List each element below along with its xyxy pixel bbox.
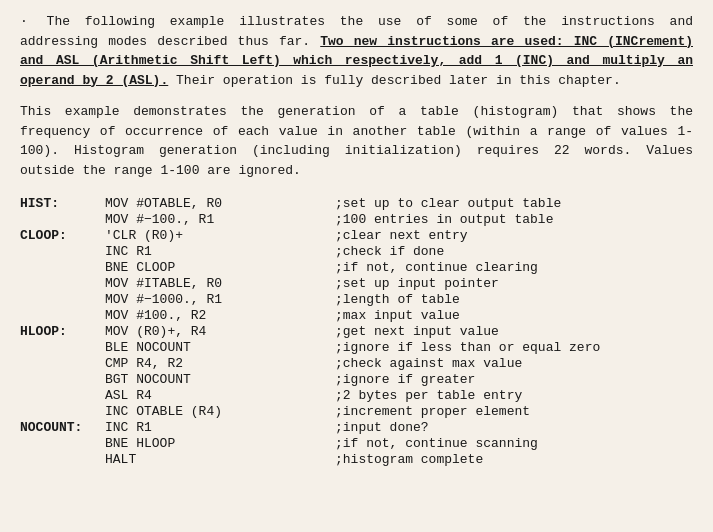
code-row: BNE HLOOP ;if not, continue scanning: [20, 436, 693, 452]
label-cell: [20, 212, 105, 228]
label-cell: [20, 388, 105, 404]
label-cell: NOCOUNT:: [20, 420, 105, 436]
label-cell: [20, 276, 105, 292]
instr-cell: INC OTABLE (R4): [105, 404, 335, 420]
code-row: CLOOP: 'CLR (R0)+ ;clear next entry: [20, 228, 693, 244]
label-cell: [20, 372, 105, 388]
instr-cell: MOV #100., R2: [105, 308, 335, 324]
instr-cell: BNE HLOOP: [105, 436, 335, 452]
comment-cell: ;max input value: [335, 308, 693, 324]
instr-cell: BGT NOCOUNT: [105, 372, 335, 388]
code-row: MOV #−100., R1 ;100 entries in output ta…: [20, 212, 693, 228]
second-paragraph: This example demonstrates the generation…: [20, 102, 693, 180]
label-cell: [20, 260, 105, 276]
code-row: MOV #ITABLE, R0 ;set up input pointer: [20, 276, 693, 292]
comment-cell: ;2 bytes per table entry: [335, 388, 693, 404]
instr-cell: BLE NOCOUNT: [105, 340, 335, 356]
instr-cell: MOV (R0)+, R4: [105, 324, 335, 340]
code-row: HLOOP: MOV (R0)+, R4 ;get next input val…: [20, 324, 693, 340]
comment-cell: ;increment proper element: [335, 404, 693, 420]
comment-cell: ;input done?: [335, 420, 693, 436]
label-cell: [20, 404, 105, 420]
comment-cell: ;clear next entry: [335, 228, 693, 244]
code-row: INC R1 ;check if done: [20, 244, 693, 260]
instr-cell: HALT: [105, 452, 335, 468]
instr-cell: BNE CLOOP: [105, 260, 335, 276]
instr-cell: ASL R4: [105, 388, 335, 404]
label-cell: HLOOP:: [20, 324, 105, 340]
comment-cell: ;set up input pointer: [335, 276, 693, 292]
code-row: CMP R4, R2 ;check against max value: [20, 356, 693, 372]
code-row: HIST: MOV #OTABLE, R0 ;set up to clear o…: [20, 196, 693, 212]
instr-cell: MOV #OTABLE, R0: [105, 196, 335, 212]
code-row: BNE CLOOP ;if not, continue clearing: [20, 260, 693, 276]
comment-cell: ;histogram complete: [335, 452, 693, 468]
code-row: HALT ;histogram complete: [20, 452, 693, 468]
code-row: BGT NOCOUNT ;ignore if greater: [20, 372, 693, 388]
label-cell: [20, 244, 105, 260]
second-paragraph-text: This example demonstrates the generation…: [20, 104, 693, 178]
comment-cell: ;ignore if greater: [335, 372, 693, 388]
code-row: INC OTABLE (R4) ;increment proper elemen…: [20, 404, 693, 420]
comment-cell: ;if not, continue scanning: [335, 436, 693, 452]
intro-paragraph: · The following example illustrates the …: [20, 12, 693, 90]
comment-cell: ;set up to clear output table: [335, 196, 693, 212]
bullet: ·: [20, 14, 28, 29]
comment-cell: ;100 entries in output table: [335, 212, 693, 228]
code-row: NOCOUNT: INC R1 ;input done?: [20, 420, 693, 436]
code-row: ASL R4 ;2 bytes per table entry: [20, 388, 693, 404]
instr-cell: MOV #−100., R1: [105, 212, 335, 228]
comment-cell: ;check against max value: [335, 356, 693, 372]
code-section: HIST: MOV #OTABLE, R0 ;set up to clear o…: [20, 196, 693, 468]
instr-cell: INC R1: [105, 244, 335, 260]
code-row: MOV #100., R2 ;max input value: [20, 308, 693, 324]
comment-cell: ;ignore if less than or equal zero: [335, 340, 693, 356]
label-cell: [20, 308, 105, 324]
label-cell: [20, 340, 105, 356]
instr-cell: 'CLR (R0)+: [105, 228, 335, 244]
instr-cell: MOV #ITABLE, R0: [105, 276, 335, 292]
comment-cell: ;if not, continue clearing: [335, 260, 693, 276]
comment-cell: ;check if done: [335, 244, 693, 260]
label-cell: CLOOP:: [20, 228, 105, 244]
label-cell: [20, 356, 105, 372]
label-cell: [20, 436, 105, 452]
instr-cell: CMP R4, R2: [105, 356, 335, 372]
intro-text-after: Their operation is fully described later…: [168, 73, 620, 88]
code-row: MOV #−1000., R1 ;length of table: [20, 292, 693, 308]
instr-cell: MOV #−1000., R1: [105, 292, 335, 308]
instr-cell: INC R1: [105, 420, 335, 436]
comment-cell: ;length of table: [335, 292, 693, 308]
label-cell: [20, 452, 105, 468]
label-cell: HIST:: [20, 196, 105, 212]
comment-cell: ;get next input value: [335, 324, 693, 340]
code-row: BLE NOCOUNT ;ignore if less than or equa…: [20, 340, 693, 356]
label-cell: [20, 292, 105, 308]
